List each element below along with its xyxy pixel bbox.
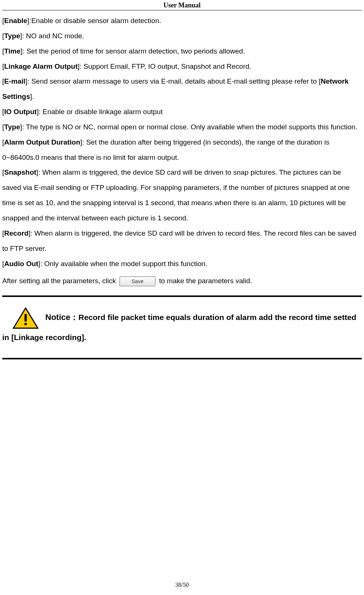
notice-label: Notice：	[45, 313, 78, 322]
item-enable: [Enable]:Enable or disable sensor alarm …	[2, 13, 362, 29]
text-time: : Set the period of time for sensor alar…	[23, 47, 245, 55]
label-email: E-mail	[4, 77, 25, 85]
label-time: Time	[4, 47, 20, 55]
text-linkage: : Support Email, FTP, IO output, Snapsho…	[79, 62, 251, 70]
item-snapshot: [Snapshot]: When alarm is triggered, the…	[2, 165, 362, 226]
divider-bottom	[2, 358, 362, 359]
save-button[interactable]: Save	[120, 277, 155, 286]
item-linkage: [Linkage Alarm Output]: Support Email, F…	[2, 59, 362, 74]
item-email: [E-mail]: Send sensor alarm message to u…	[2, 74, 362, 104]
label-io-output: IO Output	[4, 108, 37, 116]
text-email-before: : Send sensor alarm message to users via…	[27, 77, 321, 85]
label-record: Record	[4, 229, 28, 237]
svg-rect-2	[25, 323, 27, 325]
label-audio-out: Audio Out	[4, 260, 38, 268]
page-number: 38/50	[0, 582, 364, 588]
label-linkage: Linkage Alarm Output	[4, 62, 78, 70]
svg-rect-1	[25, 314, 27, 321]
warning-icon	[13, 307, 39, 329]
content-body: [Enable]:Enable or disable sensor alarm …	[0, 13, 364, 289]
page-header-title: User Manual	[0, 0, 364, 10]
text-record: : When alarm is triggered, the device SD…	[2, 229, 356, 252]
item-audio-out: [Audio Out]: Only available when the mod…	[2, 256, 362, 272]
label-snapshot: Snapshot	[4, 168, 36, 176]
item-io-output: [IO Output]: Enable or disable linkage a…	[2, 104, 362, 120]
text-type1: : NO and NC mode.	[22, 32, 84, 40]
save-line: After setting all the parameters, click …	[2, 274, 362, 289]
divider-top	[2, 295, 362, 297]
label-alarm-duration: Alarm Output Duration	[4, 138, 80, 146]
notice-block: Notice：Record file packet time equals du…	[0, 307, 364, 346]
item-type2: [Type]: The type is NO or NC, normal ope…	[2, 120, 362, 135]
text-type2: : The type is NO or NC, normal open or n…	[22, 123, 358, 131]
text-io-output: : Enable or disable linkage alarm output	[39, 108, 163, 116]
label-type1: Type	[4, 32, 20, 40]
label-enable: Enable	[4, 17, 27, 25]
text-audio-out: : Only available when the model support …	[40, 260, 207, 268]
item-alarm-duration: [Alarm Output Duration]: Set the duratio…	[2, 135, 362, 165]
item-type1: [Type]: NO and NC mode.	[2, 29, 362, 44]
text-email-after: ].	[30, 93, 34, 100]
save-after-text: to make the parameters valid.	[159, 274, 252, 289]
save-before-text: After setting all the parameters, click	[2, 274, 116, 289]
header-divider	[2, 10, 362, 10]
text-snapshot: : When alarm is triggered, the device SD…	[2, 168, 350, 222]
item-record: [Record]: When alarm is triggered, the d…	[2, 226, 362, 256]
label-type2: Type	[4, 123, 20, 131]
item-time: [Time]: Set the period of time for senso…	[2, 44, 362, 59]
text-enable: :Enable or disable sensor alarm detectio…	[29, 17, 161, 25]
